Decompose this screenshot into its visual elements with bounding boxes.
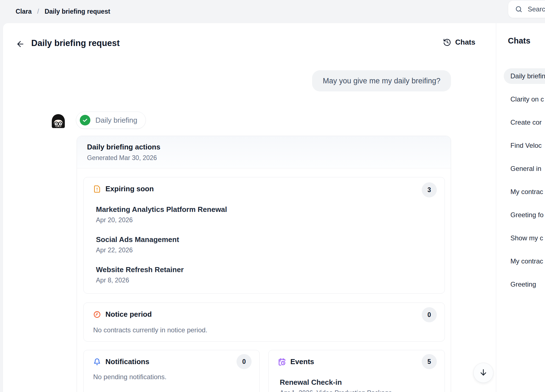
events-count-badge: 5 — [422, 354, 437, 369]
file-warning-icon — [93, 185, 101, 193]
contract-name: Social Ads Management — [96, 235, 179, 244]
breadcrumb: Clara / Daily briefing request — [16, 0, 110, 23]
breadcrumb-app[interactable]: Clara — [16, 8, 32, 15]
tool-call-chip-label: Daily briefing — [95, 116, 137, 125]
briefing-card-header: Daily briefing actions Generated Mar 30,… — [77, 136, 451, 168]
breadcrumb-separator: / — [37, 8, 39, 15]
contract-item: Website Refresh Retainer Apr 8, 2026 — [96, 265, 184, 284]
contract-date: Apr 20, 2026 — [96, 216, 227, 224]
contract-item: Social Ads Management Apr 22, 2026 — [96, 235, 179, 254]
history-icon — [443, 38, 451, 47]
notice-period-header: Notice period — [93, 310, 152, 319]
events-title: Events — [290, 357, 314, 366]
notifications-count-badge: 0 — [237, 354, 252, 369]
briefing-card-title: Daily briefing actions — [87, 143, 441, 151]
assistant-avatar — [49, 112, 68, 131]
expiring-soon-section: Expiring soon 3 Marketing Analytics Plat… — [83, 177, 445, 294]
contract-date: Apr 22, 2026 — [96, 246, 179, 254]
events-header: Events — [278, 357, 314, 366]
notifications-empty-text: No pending notifications. — [93, 373, 167, 381]
back-arrow-icon — [16, 40, 25, 49]
event-item: Renewal Check-in Apr 1, 2026, Video Prod… — [280, 378, 436, 392]
check-circle-icon — [80, 115, 90, 125]
arrow-down-icon — [479, 368, 488, 378]
tool-call-chip[interactable]: Daily briefing — [76, 112, 146, 129]
notifications-card: Notifications 0 No pending notifications… — [83, 350, 260, 392]
user-message: May you give me my daily breifing? — [312, 70, 451, 91]
event-name: Renewal Check-in — [280, 378, 436, 387]
chat-list-item[interactable]: Daily briefing — [504, 68, 545, 84]
notifications-header: Notifications — [93, 357, 149, 366]
chat-list-item[interactable]: Greeting — [496, 277, 545, 292]
notice-period-empty-text: No contracts currently in notice period. — [93, 326, 208, 334]
page-title: Daily briefing request — [31, 38, 120, 48]
notice-period-title: Notice period — [105, 310, 152, 319]
contract-item: Marketing Analytics Platform Renewal Apr… — [96, 205, 227, 224]
contract-name: Website Refresh Retainer — [96, 265, 184, 274]
chat-list: Daily briefing Clarity on c Create cor F… — [496, 68, 545, 292]
chat-list-item[interactable]: Clarity on c — [496, 91, 545, 107]
search-placeholder: Search — [528, 5, 545, 13]
events-card: Events 5 Renewal Check-in Apr 1, 2026, V… — [268, 350, 445, 392]
chats-sidebar-title: Chats — [508, 36, 530, 45]
search-input[interactable]: Search — [508, 1, 545, 18]
search-icon — [515, 5, 523, 13]
expiring-soon-count-badge: 3 — [422, 182, 437, 197]
chat-list-item[interactable]: My contrac — [496, 184, 545, 200]
notice-period-count-badge: 0 — [422, 307, 437, 322]
contract-name: Marketing Analytics Platform Renewal — [96, 205, 227, 214]
calendar-clock-icon — [278, 358, 286, 366]
chats-button-label: Chats — [455, 38, 475, 47]
chats-button[interactable]: Chats — [443, 38, 475, 47]
notifications-title: Notifications — [105, 357, 149, 366]
chat-list-item[interactable]: General in — [496, 161, 545, 176]
notice-period-section: Notice period 0 No contracts currently i… — [83, 303, 445, 342]
chat-list-item[interactable]: My contrac — [496, 253, 545, 269]
briefing-card-generated: Generated Mar 30, 2026 — [87, 154, 441, 162]
expiring-soon-title: Expiring soon — [105, 185, 154, 193]
expiring-soon-header: Expiring soon — [93, 185, 154, 193]
clock-icon — [93, 311, 101, 318]
scroll-to-bottom-button[interactable] — [473, 363, 493, 383]
bell-icon — [93, 358, 101, 366]
breadcrumb-current: Daily briefing request — [45, 8, 110, 15]
contract-date: Apr 8, 2026 — [96, 277, 184, 284]
app-root: Clara / Daily briefing request Search Da… — [0, 0, 545, 392]
back-button[interactable] — [13, 37, 28, 51]
chat-list-item[interactable]: Create cor — [496, 115, 545, 130]
chat-list-item[interactable]: Find Veloc — [496, 138, 545, 153]
chat-list-item[interactable]: Show my c — [496, 230, 545, 246]
event-meta: Apr 1, 2026, Video Production Package — [280, 389, 436, 392]
chat-list-item[interactable]: Greeting fo — [496, 207, 545, 223]
